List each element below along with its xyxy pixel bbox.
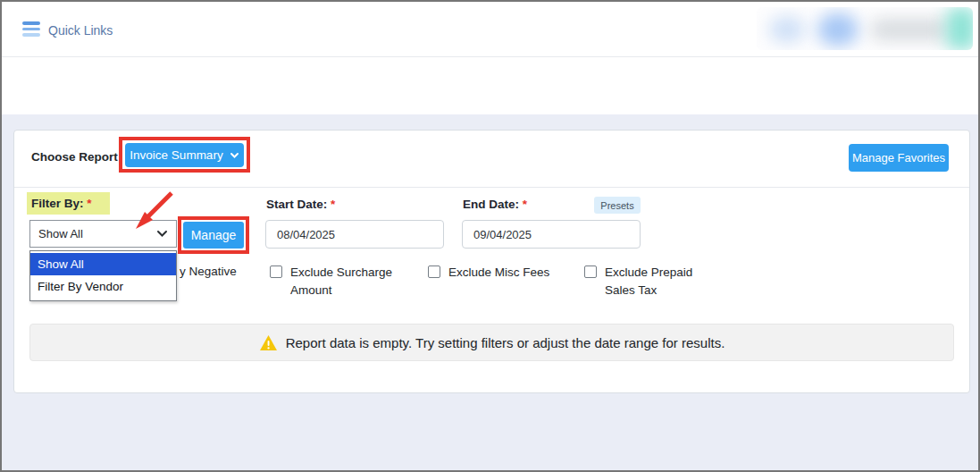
chevron-down-icon: [230, 152, 239, 159]
warning-icon: [259, 334, 278, 351]
checkbox-label: Exclude Surcharge Amount: [290, 264, 405, 299]
top-bar: Quick Links: [2, 2, 978, 57]
user-account-area-redacted: [757, 7, 973, 50]
required-asterisk: *: [87, 197, 91, 210]
end-date-input[interactable]: [462, 220, 641, 249]
hamburger-menu-icon[interactable]: [22, 21, 40, 37]
filter-by-select-value: Show All: [38, 227, 83, 240]
presets-button[interactable]: Presets: [594, 197, 641, 214]
redacted-blob: [946, 7, 973, 50]
checkbox-exclude-surcharge[interactable]: Exclude Surcharge Amount: [270, 264, 405, 299]
empty-state-message: Report data is empty. Try setting filter…: [286, 335, 725, 350]
page-header: Inventory Reports Invoice Summary Report…: [2, 58, 978, 114]
option-filter-by-vendor[interactable]: Filter By Vendor: [30, 275, 176, 298]
divider: [14, 187, 969, 188]
app-window: Quick Links Inventory Reports Invoice Su…: [0, 0, 980, 472]
chevron-down-icon: [156, 230, 168, 238]
report-type-dropdown[interactable]: Invoice Summary: [125, 143, 244, 167]
empty-state-banner: Report data is empty. Try setting filter…: [29, 324, 954, 361]
filter-by-label: Filter By: *: [31, 197, 92, 210]
manage-favorites-button[interactable]: Manage Favorites: [849, 144, 949, 172]
redacted-blob: [871, 19, 950, 40]
manage-button[interactable]: Manage: [183, 222, 244, 249]
checkbox-exclude-prepaid-sales-tax[interactable]: Exclude Prepaid Sales Tax: [584, 264, 708, 299]
checkbox-icon[interactable]: [428, 266, 440, 278]
required-asterisk: *: [523, 198, 527, 211]
end-date-label: End Date: *: [463, 198, 527, 211]
checkbox-icon[interactable]: [584, 266, 597, 278]
choose-report-label: Choose Report: [31, 150, 118, 164]
checkbox-icon[interactable]: [270, 266, 282, 278]
checkbox-label: Exclude Misc Fees: [448, 264, 549, 282]
redacted-blob: [769, 16, 805, 43]
checkbox-label-partially-hidden: y Negative: [180, 265, 237, 278]
option-show-all[interactable]: Show All: [30, 253, 176, 275]
start-date-input[interactable]: [265, 220, 444, 249]
filter-by-options-list: Show All Filter By Vendor: [29, 250, 177, 301]
required-asterisk: *: [331, 198, 335, 211]
checkbox-exclude-misc-fees[interactable]: Exclude Misc Fees: [428, 264, 549, 282]
quick-links-link[interactable]: Quick Links: [48, 23, 113, 38]
report-type-value: Invoice Summary: [130, 148, 222, 162]
filter-by-select[interactable]: Show All: [29, 220, 177, 248]
redacted-blob: [817, 13, 859, 46]
start-date-label: Start Date: *: [266, 198, 335, 211]
checkbox-label: Exclude Prepaid Sales Tax: [605, 264, 708, 299]
